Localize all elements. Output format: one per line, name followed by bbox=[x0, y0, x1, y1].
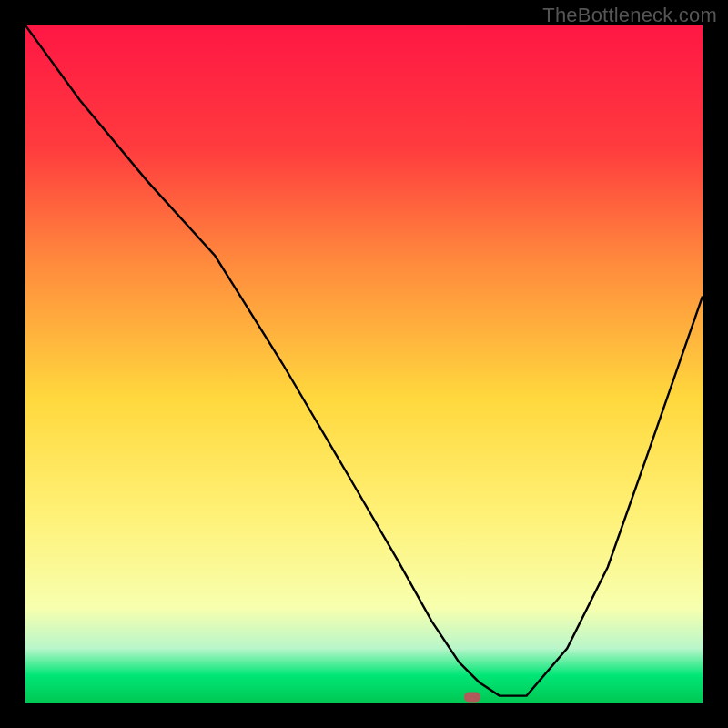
chart-frame bbox=[25, 25, 703, 703]
optimal-marker bbox=[464, 693, 480, 703]
chart-svg bbox=[25, 25, 703, 703]
watermark-text: TheBottleneck.com bbox=[542, 4, 717, 27]
chart-background bbox=[25, 25, 703, 703]
